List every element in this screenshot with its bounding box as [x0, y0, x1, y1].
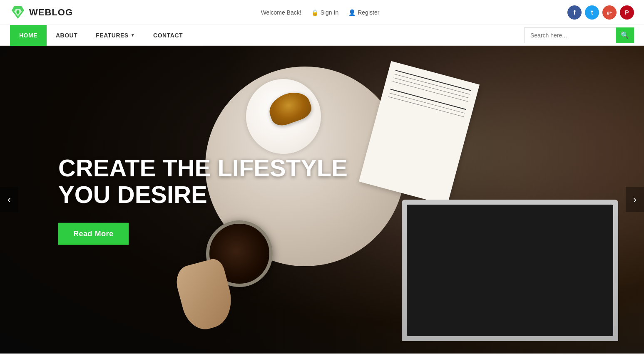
googleplus-button[interactable]: g+ [602, 5, 617, 20]
logo-text: WEBLOG [29, 7, 73, 18]
top-bar: WEBLOG Welcome Back! 🔒 Sign In 👤 Registe… [0, 0, 644, 25]
read-more-button[interactable]: Read More [58, 222, 129, 245]
search-input[interactable] [524, 27, 616, 43]
register-link[interactable]: 👤 Register [348, 9, 379, 16]
welcome-text: Welcome Back! [261, 9, 301, 16]
hero-slider: CREATE THE LIFESTYLE YOU DESIRE Read Mor… [0, 46, 644, 354]
nav-bar: HOME ABOUT FEATURES ▼ CONTACT 🔍 [0, 25, 644, 46]
logo-area: WEBLOG [10, 5, 73, 20]
bottom-bar [0, 354, 644, 356]
laptop [402, 200, 618, 341]
lock-icon: 🔒 [311, 9, 318, 16]
hero-title: CREATE THE LIFESTYLE YOU DESIRE [58, 155, 348, 208]
user-icon: 👤 [348, 9, 356, 16]
social-icons: f t g+ P [567, 5, 634, 20]
next-slide-button[interactable]: › [626, 187, 644, 212]
menu-line-4 [393, 81, 468, 102]
nav-item-contact[interactable]: CONTACT [144, 25, 192, 46]
nav-item-home[interactable]: HOME [10, 25, 47, 46]
prev-slide-button[interactable]: ‹ [0, 187, 18, 212]
pinterest-button[interactable]: P [620, 5, 634, 20]
top-center: Welcome Back! 🔒 Sign In 👤 Register [261, 9, 380, 16]
laptop-screen [407, 205, 613, 336]
facebook-button[interactable]: f [567, 5, 582, 20]
hero-content: CREATE THE LIFESTYLE YOU DESIRE Read Mor… [58, 155, 348, 245]
menu-line-6 [390, 93, 465, 114]
search-icon: 🔍 [621, 31, 629, 39]
menu-paper [359, 61, 480, 205]
nav-links: HOME ABOUT FEATURES ▼ CONTACT [10, 25, 524, 46]
prev-arrow-icon: ‹ [7, 194, 11, 205]
twitter-button[interactable]: t [585, 5, 599, 20]
dropdown-arrow: ▼ [131, 33, 135, 37]
nav-item-about[interactable]: ABOUT [47, 25, 87, 46]
menu-line-3 [393, 78, 469, 99]
search-button[interactable]: 🔍 [616, 27, 634, 43]
menu-line-7 [388, 96, 464, 117]
nav-item-features[interactable]: FEATURES ▼ [87, 25, 144, 46]
next-arrow-icon: › [633, 194, 637, 205]
logo-icon [10, 5, 26, 20]
signin-link[interactable]: 🔒 Sign In [311, 9, 339, 16]
search-area: 🔍 [524, 27, 634, 43]
menu-line-1 [395, 70, 471, 91]
